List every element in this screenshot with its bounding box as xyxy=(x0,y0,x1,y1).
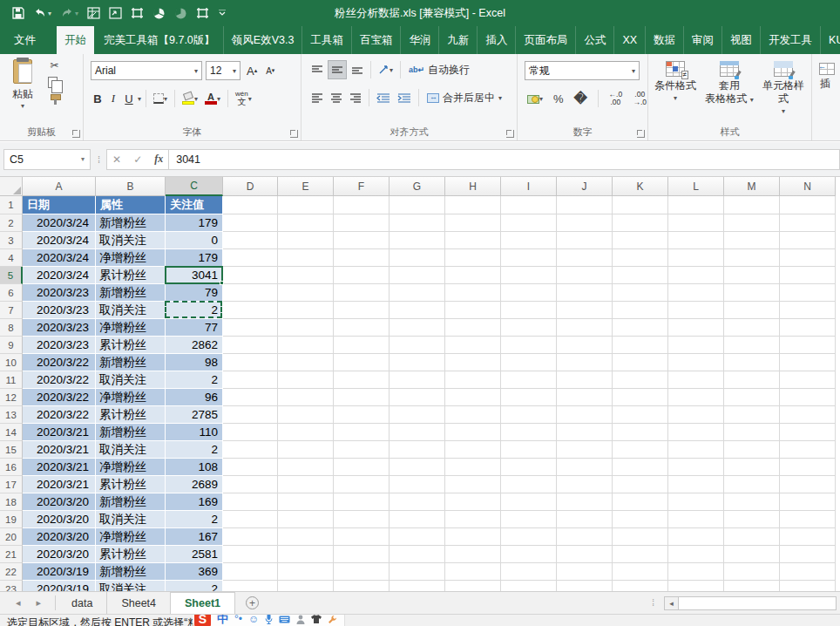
value-cell[interactable]: 0 xyxy=(166,232,223,249)
date-cell[interactable]: 2020/3/22 xyxy=(23,371,96,389)
empty-cell[interactable] xyxy=(501,232,557,249)
empty-cell[interactable] xyxy=(668,302,724,319)
cut-button[interactable]: ✂ xyxy=(45,59,64,71)
cell-styles-button[interactable]: 单元格样式 ▾ xyxy=(758,61,809,116)
empty-cell[interactable] xyxy=(668,546,724,563)
empty-cell[interactable] xyxy=(668,459,724,476)
empty-cell[interactable] xyxy=(278,284,334,302)
empty-cell[interactable] xyxy=(223,214,278,232)
selection-frame-icon[interactable] xyxy=(131,7,144,19)
empty-cell[interactable] xyxy=(557,319,613,337)
comma-button[interactable]: � xyxy=(572,89,590,108)
row-header-2[interactable]: 2 xyxy=(0,214,23,232)
empty-cell[interactable] xyxy=(724,424,780,441)
column-header-M[interactable]: M xyxy=(724,177,780,196)
empty-cell[interactable] xyxy=(780,459,836,476)
increase-indent-button[interactable] xyxy=(395,88,414,107)
attribute-cell[interactable]: 累计粉丝 xyxy=(96,267,166,284)
empty-cell[interactable] xyxy=(445,196,501,214)
empty-cell[interactable] xyxy=(780,581,836,591)
empty-cell[interactable] xyxy=(724,214,780,232)
date-cell[interactable]: 2020/3/24 xyxy=(23,214,96,232)
attribute-cell[interactable]: 新增粉丝 xyxy=(96,563,166,581)
attribute-cell[interactable]: 取消关注 xyxy=(96,302,166,319)
empty-cell[interactable] xyxy=(334,406,390,424)
empty-cell[interactable] xyxy=(780,249,836,267)
attribute-cell[interactable]: 累计粉丝 xyxy=(96,476,166,493)
selection-frame2-icon[interactable] xyxy=(196,7,209,19)
sheetbar-resize-handle[interactable]: ⁞ xyxy=(652,598,655,608)
row-header-23[interactable]: 23 xyxy=(0,581,23,591)
empty-cell[interactable] xyxy=(613,546,668,563)
empty-cell[interactable] xyxy=(501,249,557,267)
empty-cell[interactable] xyxy=(613,528,668,546)
empty-cell[interactable] xyxy=(780,337,836,354)
empty-cell[interactable] xyxy=(223,528,278,546)
font-name-select[interactable]: Arial▾ xyxy=(91,61,202,80)
font-color-button[interactable]: A▾ xyxy=(202,89,223,108)
empty-cell[interactable] xyxy=(390,581,445,591)
empty-cell[interactable] xyxy=(445,528,501,546)
user-icon[interactable] xyxy=(296,615,305,624)
row-header-12[interactable]: 12 xyxy=(0,389,23,406)
empty-cell[interactable] xyxy=(390,214,445,232)
empty-cell[interactable] xyxy=(390,406,445,424)
empty-cell[interactable] xyxy=(557,581,613,591)
date-cell[interactable]: 2020/3/21 xyxy=(23,424,96,441)
empty-cell[interactable] xyxy=(668,476,724,493)
empty-cell[interactable] xyxy=(668,424,724,441)
row-header-14[interactable]: 14 xyxy=(0,424,23,441)
empty-cell[interactable] xyxy=(668,337,724,354)
align-center-button[interactable] xyxy=(328,88,345,107)
empty-cell[interactable] xyxy=(557,406,613,424)
underline-button[interactable]: U xyxy=(122,89,136,108)
empty-cell[interactable] xyxy=(501,354,557,371)
empty-cell[interactable] xyxy=(613,459,668,476)
row-header-16[interactable]: 16 xyxy=(0,459,23,476)
ribbon-tab-华润[interactable]: 华润 xyxy=(401,26,439,54)
empty-cell[interactable] xyxy=(780,424,836,441)
empty-cell[interactable] xyxy=(724,267,780,284)
empty-cell[interactable] xyxy=(278,563,334,581)
empty-cell[interactable] xyxy=(613,284,668,302)
empty-cell[interactable] xyxy=(501,389,557,406)
empty-cell[interactable] xyxy=(613,232,668,249)
attribute-cell[interactable]: 净增粉丝 xyxy=(96,319,166,337)
align-right-button[interactable] xyxy=(347,88,364,107)
empty-cell[interactable] xyxy=(278,267,334,284)
attribute-cell[interactable]: 取消关注 xyxy=(96,371,166,389)
empty-cell[interactable] xyxy=(334,424,390,441)
date-cell[interactable]: 2020/3/21 xyxy=(23,441,96,459)
row-header-6[interactable]: 6 xyxy=(0,284,23,302)
empty-cell[interactable] xyxy=(557,284,613,302)
header-cell-日期[interactable]: 日期 xyxy=(23,196,96,214)
empty-cell[interactable] xyxy=(390,546,445,563)
empty-cell[interactable] xyxy=(501,511,557,528)
empty-cell[interactable] xyxy=(724,528,780,546)
format-painter-button[interactable] xyxy=(45,93,64,105)
value-cell[interactable]: 2862 xyxy=(166,337,223,354)
empty-cell[interactable] xyxy=(334,214,390,232)
row-header-1[interactable]: 1 xyxy=(0,196,23,214)
paste-button[interactable]: 粘贴 ▾ xyxy=(5,59,40,119)
attribute-cell[interactable]: 累计粉丝 xyxy=(96,337,166,354)
empty-cell[interactable] xyxy=(445,459,501,476)
attribute-cell[interactable]: 累计粉丝 xyxy=(96,546,166,563)
empty-cell[interactable] xyxy=(613,441,668,459)
empty-cell[interactable] xyxy=(613,354,668,371)
empty-cell[interactable] xyxy=(668,284,724,302)
empty-cell[interactable] xyxy=(334,267,390,284)
date-cell[interactable]: 2020/3/20 xyxy=(23,493,96,511)
empty-cell[interactable] xyxy=(278,214,334,232)
value-cell[interactable]: 2689 xyxy=(166,476,223,493)
empty-cell[interactable] xyxy=(557,354,613,371)
empty-cell[interactable] xyxy=(278,337,334,354)
empty-cell[interactable] xyxy=(223,406,278,424)
ribbon-tab-公式[interactable]: 公式 xyxy=(576,26,614,54)
empty-cell[interactable] xyxy=(501,406,557,424)
column-header-L[interactable]: L xyxy=(668,177,724,196)
empty-cell[interactable] xyxy=(557,441,613,459)
attribute-cell[interactable]: 取消关注 xyxy=(96,511,166,528)
empty-cell[interactable] xyxy=(445,441,501,459)
date-cell[interactable]: 2020/3/19 xyxy=(23,563,96,581)
